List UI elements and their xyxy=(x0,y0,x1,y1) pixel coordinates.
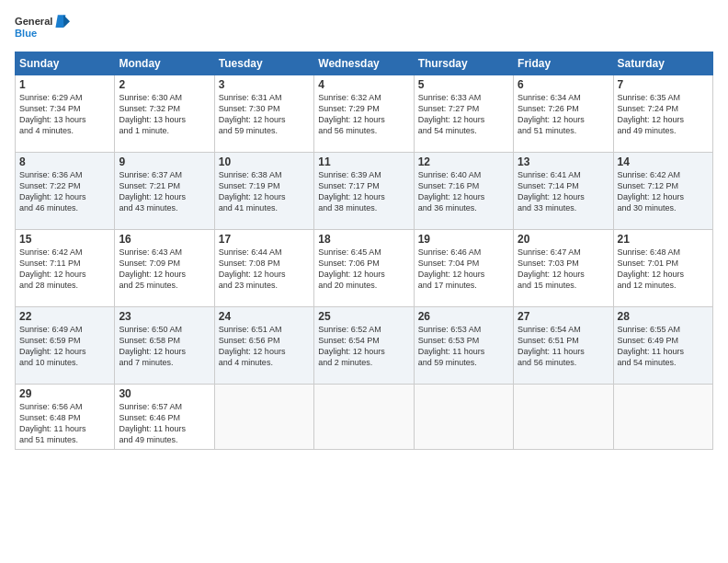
calendar-cell: 7Sunrise: 6:35 AMSunset: 7:24 PMDaylight… xyxy=(613,75,712,153)
cell-content: Sunrise: 6:49 AMSunset: 6:59 PMDaylight:… xyxy=(19,324,110,369)
cell-content: Sunrise: 6:40 AMSunset: 7:16 PMDaylight:… xyxy=(418,169,509,214)
day-number: 15 xyxy=(19,233,110,246)
cell-content: Sunrise: 6:48 AMSunset: 7:01 PMDaylight:… xyxy=(618,247,709,292)
calendar-cell: 23Sunrise: 6:50 AMSunset: 6:58 PMDayligh… xyxy=(115,307,214,385)
cell-content: Sunrise: 6:43 AMSunset: 7:09 PMDaylight:… xyxy=(119,247,210,292)
day-number: 14 xyxy=(618,155,709,168)
calendar-week-row: 29Sunrise: 6:56 AMSunset: 6:48 PMDayligh… xyxy=(16,385,713,450)
calendar-cell: 19Sunrise: 6:46 AMSunset: 7:04 PMDayligh… xyxy=(414,230,513,307)
calendar-cell: 20Sunrise: 6:47 AMSunset: 7:03 PMDayligh… xyxy=(514,230,613,307)
day-number: 27 xyxy=(518,310,609,323)
calendar-cell: 10Sunrise: 6:38 AMSunset: 7:19 PMDayligh… xyxy=(214,153,313,230)
cell-content: Sunrise: 6:44 AMSunset: 7:08 PMDaylight:… xyxy=(219,247,310,292)
cell-content: Sunrise: 6:50 AMSunset: 6:58 PMDaylight:… xyxy=(119,324,210,369)
day-header-friday: Friday xyxy=(514,52,613,75)
day-number: 22 xyxy=(19,310,110,323)
calendar-cell: 27Sunrise: 6:54 AMSunset: 6:51 PMDayligh… xyxy=(514,307,613,385)
logo: General Blue xyxy=(15,11,70,44)
day-header-monday: Monday xyxy=(115,52,214,75)
page-header: General Blue xyxy=(15,11,713,44)
calendar-cell: 21Sunrise: 6:48 AMSunset: 7:01 PMDayligh… xyxy=(613,230,712,307)
calendar-cell: 4Sunrise: 6:32 AMSunset: 7:29 PMDaylight… xyxy=(314,75,414,153)
day-number: 1 xyxy=(19,78,110,91)
calendar-cell: 22Sunrise: 6:49 AMSunset: 6:59 PMDayligh… xyxy=(16,307,115,385)
day-header-sunday: Sunday xyxy=(16,52,115,75)
calendar-cell xyxy=(214,385,313,450)
day-number: 4 xyxy=(318,78,409,91)
day-number: 26 xyxy=(418,310,509,323)
day-number: 2 xyxy=(119,78,210,91)
day-number: 30 xyxy=(119,387,210,400)
cell-content: Sunrise: 6:42 AMSunset: 7:12 PMDaylight:… xyxy=(618,169,709,214)
cell-content: Sunrise: 6:57 AMSunset: 6:46 PMDaylight:… xyxy=(119,401,210,446)
calendar-cell: 17Sunrise: 6:44 AMSunset: 7:08 PMDayligh… xyxy=(214,230,313,307)
day-number: 18 xyxy=(318,233,409,246)
day-number: 25 xyxy=(318,310,409,323)
calendar-cell xyxy=(414,385,513,450)
calendar-cell: 30Sunrise: 6:57 AMSunset: 6:46 PMDayligh… xyxy=(115,385,214,450)
cell-content: Sunrise: 6:31 AMSunset: 7:30 PMDaylight:… xyxy=(219,92,310,137)
calendar-cell: 24Sunrise: 6:51 AMSunset: 6:56 PMDayligh… xyxy=(214,307,313,385)
day-number: 29 xyxy=(19,387,110,400)
calendar-cell: 12Sunrise: 6:40 AMSunset: 7:16 PMDayligh… xyxy=(414,153,513,230)
cell-content: Sunrise: 6:41 AMSunset: 7:14 PMDaylight:… xyxy=(518,169,609,214)
day-header-wednesday: Wednesday xyxy=(314,52,414,75)
calendar-cell xyxy=(613,385,712,450)
calendar-week-row: 1Sunrise: 6:29 AMSunset: 7:34 PMDaylight… xyxy=(16,75,713,153)
svg-marker-3 xyxy=(63,15,70,28)
day-number: 12 xyxy=(418,155,509,168)
cell-content: Sunrise: 6:47 AMSunset: 7:03 PMDaylight:… xyxy=(518,247,609,292)
calendar-cell: 25Sunrise: 6:52 AMSunset: 6:54 PMDayligh… xyxy=(314,307,414,385)
day-number: 10 xyxy=(219,155,310,168)
day-header-saturday: Saturday xyxy=(613,52,712,75)
cell-content: Sunrise: 6:30 AMSunset: 7:32 PMDaylight:… xyxy=(119,92,210,137)
svg-text:Blue: Blue xyxy=(15,28,37,39)
day-number: 21 xyxy=(618,233,709,246)
cell-content: Sunrise: 6:38 AMSunset: 7:19 PMDaylight:… xyxy=(219,169,310,214)
day-number: 13 xyxy=(518,155,609,168)
calendar-cell: 2Sunrise: 6:30 AMSunset: 7:32 PMDaylight… xyxy=(115,75,214,153)
cell-content: Sunrise: 6:52 AMSunset: 6:54 PMDaylight:… xyxy=(318,324,409,369)
cell-content: Sunrise: 6:55 AMSunset: 6:49 PMDaylight:… xyxy=(618,324,709,369)
calendar-week-row: 8Sunrise: 6:36 AMSunset: 7:22 PMDaylight… xyxy=(16,153,713,230)
calendar-cell: 11Sunrise: 6:39 AMSunset: 7:17 PMDayligh… xyxy=(314,153,414,230)
day-number: 23 xyxy=(119,310,210,323)
svg-text:General: General xyxy=(15,16,52,27)
cell-content: Sunrise: 6:32 AMSunset: 7:29 PMDaylight:… xyxy=(318,92,409,137)
day-number: 28 xyxy=(618,310,709,323)
calendar-cell: 29Sunrise: 6:56 AMSunset: 6:48 PMDayligh… xyxy=(16,385,115,450)
cell-content: Sunrise: 6:33 AMSunset: 7:27 PMDaylight:… xyxy=(418,92,509,137)
calendar-cell: 1Sunrise: 6:29 AMSunset: 7:34 PMDaylight… xyxy=(16,75,115,153)
day-number: 16 xyxy=(119,233,210,246)
calendar-cell: 5Sunrise: 6:33 AMSunset: 7:27 PMDaylight… xyxy=(414,75,513,153)
cell-content: Sunrise: 6:54 AMSunset: 6:51 PMDaylight:… xyxy=(518,324,609,369)
cell-content: Sunrise: 6:29 AMSunset: 7:34 PMDaylight:… xyxy=(19,92,110,137)
cell-content: Sunrise: 6:36 AMSunset: 7:22 PMDaylight:… xyxy=(19,169,110,214)
calendar-week-row: 15Sunrise: 6:42 AMSunset: 7:11 PMDayligh… xyxy=(16,230,713,307)
day-number: 11 xyxy=(318,155,409,168)
cell-content: Sunrise: 6:56 AMSunset: 6:48 PMDaylight:… xyxy=(19,401,110,446)
cell-content: Sunrise: 6:34 AMSunset: 7:26 PMDaylight:… xyxy=(518,92,609,137)
cell-content: Sunrise: 6:45 AMSunset: 7:06 PMDaylight:… xyxy=(318,247,409,292)
calendar-cell: 14Sunrise: 6:42 AMSunset: 7:12 PMDayligh… xyxy=(613,153,712,230)
cell-content: Sunrise: 6:39 AMSunset: 7:17 PMDaylight:… xyxy=(318,169,409,214)
calendar-cell: 9Sunrise: 6:37 AMSunset: 7:21 PMDaylight… xyxy=(115,153,214,230)
calendar-cell: 8Sunrise: 6:36 AMSunset: 7:22 PMDaylight… xyxy=(16,153,115,230)
cell-content: Sunrise: 6:53 AMSunset: 6:53 PMDaylight:… xyxy=(418,324,509,369)
calendar-cell: 18Sunrise: 6:45 AMSunset: 7:06 PMDayligh… xyxy=(314,230,414,307)
day-number: 6 xyxy=(518,78,609,91)
day-header-tuesday: Tuesday xyxy=(214,52,313,75)
day-number: 19 xyxy=(418,233,509,246)
day-number: 5 xyxy=(418,78,509,91)
day-number: 8 xyxy=(19,155,110,168)
day-number: 3 xyxy=(219,78,310,91)
calendar-cell: 16Sunrise: 6:43 AMSunset: 7:09 PMDayligh… xyxy=(115,230,214,307)
calendar-cell xyxy=(514,385,613,450)
day-number: 9 xyxy=(119,155,210,168)
cell-content: Sunrise: 6:35 AMSunset: 7:24 PMDaylight:… xyxy=(618,92,709,137)
calendar-cell xyxy=(314,385,414,450)
logo-svg: General Blue xyxy=(15,11,70,44)
calendar-cell: 28Sunrise: 6:55 AMSunset: 6:49 PMDayligh… xyxy=(613,307,712,385)
calendar-table: SundayMondayTuesdayWednesdayThursdayFrid… xyxy=(15,52,713,450)
day-number: 24 xyxy=(219,310,310,323)
